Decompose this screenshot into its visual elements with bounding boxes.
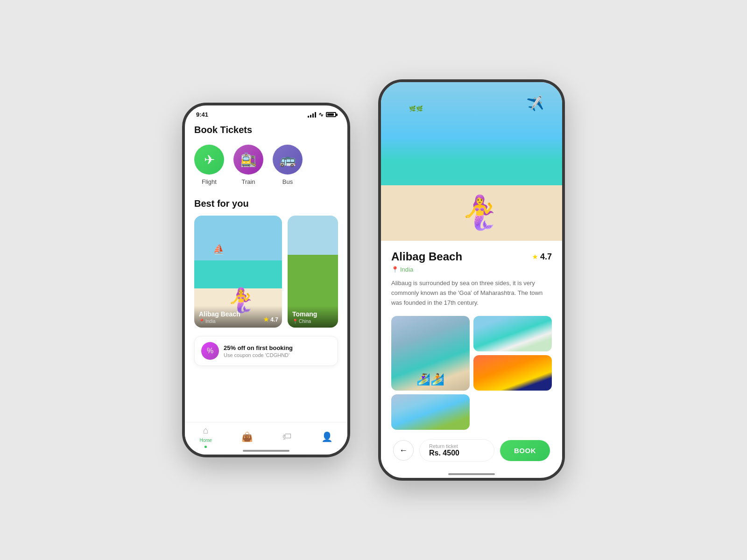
train-icon: 🚉 [240,152,257,168]
island-hint: 🌿🌿 [409,105,423,112]
detail-location-text: India [400,266,413,273]
train-icon-circle: 🚉 [233,145,263,175]
coupon-icon: % [201,342,219,360]
detail-rating: ★ 4.7 [532,252,552,262]
nav-active-dot [204,446,207,448]
book-button[interactable]: BOOK [500,440,550,461]
seaplane-icon: ✈️ [526,95,544,113]
detail-description: Alibaug is surrounded by sea on three si… [391,279,552,308]
flight-icon: ✈ [204,152,215,168]
time-display: 9:41 [196,111,208,118]
price-box: Return ticket Rs. 4500 [419,439,494,462]
detail-header: Alibag Beach ★ 4.7 [391,250,552,263]
detail-content: Alibag Beach ★ 4.7 📍 India Alibaug is su… [381,241,562,471]
gallery-boardwalk-bg [391,394,470,430]
coupon-sub-text: Use coupon code 'CDGHND' [224,352,293,358]
status-bar-left: 9:41 ∿ [185,105,347,121]
profile-icon: 👤 [321,431,333,442]
home-indicator-left [243,450,289,452]
bus-icon: 🚌 [280,152,296,168]
train-label: Train [241,178,255,185]
left-phone-content: Book Tickets ✈ Flight 🚉 Train 🚌 Bus [185,121,347,428]
bus-icon-circle: 🚌 [273,145,303,175]
nav-profile[interactable]: 👤 [321,431,333,442]
booking-bar: ← Return ticket Rs. 4500 BOOK [391,439,552,462]
best-section-title: Best for you [194,198,338,209]
tomang-overlay: Tomang 📍 China [288,306,338,328]
percent-icon: % [207,347,213,355]
gallery-grid: 🏄‍♀️🏄 [391,316,552,430]
coupon-banner[interactable]: % 25% off on first booking Use coupon co… [194,336,338,366]
gallery-item-boardwalk[interactable] [391,394,470,430]
back-button[interactable]: ← [393,440,414,461]
flight-icon-circle: ✈ [194,145,224,175]
boat-icon: ⛵ [213,244,225,255]
price-label: Return ticket [429,443,485,449]
bus-transport-item[interactable]: 🚌 Bus [273,145,303,185]
tomang-location: 📍 China [292,319,333,324]
bus-label: Bus [282,178,293,185]
gallery-item-sunset[interactable] [473,355,552,391]
hero-mermaid: 🧜‍♀️ [459,193,500,231]
hero-image: ✈️ 🌿🌿 🧜‍♀️ [381,82,562,241]
alibag-rating: ★ 4.7 [263,316,278,323]
train-transport-item[interactable]: 🚉 Train [233,145,263,185]
home-icon: ⌂ [203,425,209,436]
alibag-card[interactable]: ⛵ 🧜‍♀️ Alibag Beach 📍 India ★ 4.7 [194,216,282,328]
flight-transport-item[interactable]: ✈ Flight [194,145,224,185]
gallery-sunset-bg [473,355,552,391]
detail-pin-icon: 📍 [391,266,399,273]
coupon-text-block: 25% off on first booking Use coupon code… [224,344,293,358]
gallery-item-island[interactable] [473,316,552,351]
location-pin-icon2: 📍 [292,319,298,324]
signal-icon [308,112,316,118]
detail-title: Alibag Beach [391,250,462,263]
phone-left: 9:41 ∿ Book Tickets ✈ Flight [182,103,350,457]
bag-icon: 👜 [241,431,253,442]
wifi-icon: ∿ [318,111,324,118]
star-icon: ★ [263,316,269,323]
transport-row: ✈ Flight 🚉 Train 🚌 Bus [194,145,338,185]
page-title: Book Tickets [194,125,338,135]
gallery-people-icon: 🏄‍♀️🏄 [416,373,444,386]
detail-rating-value: 4.7 [540,252,552,262]
detail-location: 📍 India [391,266,552,273]
status-icons: ∿ [308,111,336,118]
phone-right: ✈️ 🌿🌿 🧜‍♀️ Alibag Beach ★ 4.7 📍 India Al… [378,79,565,481]
tag-icon: 🏷 [282,431,292,442]
battery-icon [326,112,336,117]
home-indicator-right [448,473,495,475]
nav-home[interactable]: ⌂ Home [199,425,212,448]
nav-bag[interactable]: 👜 [241,431,253,442]
detail-star-icon: ★ [532,253,538,260]
nav-tag[interactable]: 🏷 [282,431,292,442]
coupon-main-text: 25% off on first booking [224,344,293,351]
destination-cards-row: ⛵ 🧜‍♀️ Alibag Beach 📍 India ★ 4.7 [194,216,338,328]
hero-beach-bg: ✈️ 🌿🌿 🧜‍♀️ [381,82,562,241]
gallery-item-beach[interactable]: 🏄‍♀️🏄 [391,316,470,391]
price-value: Rs. 4500 [429,449,485,457]
gallery-beach-bg: 🏄‍♀️🏄 [391,316,470,391]
tomang-card[interactable]: Tomang 📍 China [288,216,338,328]
gallery-island-bg [473,316,552,351]
home-nav-label: Home [199,438,212,443]
location-pin-icon: 📍 [199,319,204,324]
flight-label: Flight [202,178,217,185]
tomang-name: Tomang [292,310,333,318]
